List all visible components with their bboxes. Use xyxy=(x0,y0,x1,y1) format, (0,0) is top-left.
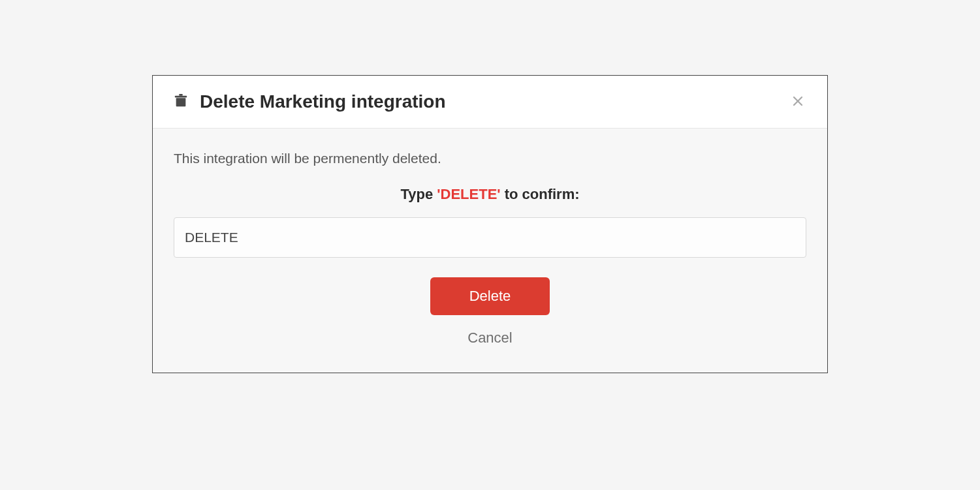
warning-text: This integration will be permenently del… xyxy=(174,151,806,166)
close-button[interactable] xyxy=(789,91,806,112)
confirm-prefix: Type xyxy=(400,186,437,202)
modal-header-left: Delete Marketing integration xyxy=(174,91,446,112)
trash-icon xyxy=(174,93,188,111)
close-icon xyxy=(792,93,804,110)
svg-rect-0 xyxy=(176,98,186,106)
confirm-suffix: to confirm: xyxy=(501,186,580,202)
delete-button[interactable]: Delete xyxy=(430,277,550,315)
svg-rect-2 xyxy=(179,94,183,96)
delete-confirmation-modal: Delete Marketing integration This integr… xyxy=(152,75,828,373)
confirm-keyword: 'DELETE' xyxy=(437,186,500,202)
confirm-instruction: Type 'DELETE' to confirm: xyxy=(174,186,806,203)
modal-actions: Delete Cancel xyxy=(174,277,806,346)
cancel-button[interactable]: Cancel xyxy=(467,329,512,346)
modal-body: This integration will be permenently del… xyxy=(153,129,827,373)
modal-header: Delete Marketing integration xyxy=(153,76,827,129)
svg-rect-1 xyxy=(175,96,187,98)
modal-title: Delete Marketing integration xyxy=(200,91,446,112)
confirm-input[interactable] xyxy=(174,217,806,258)
